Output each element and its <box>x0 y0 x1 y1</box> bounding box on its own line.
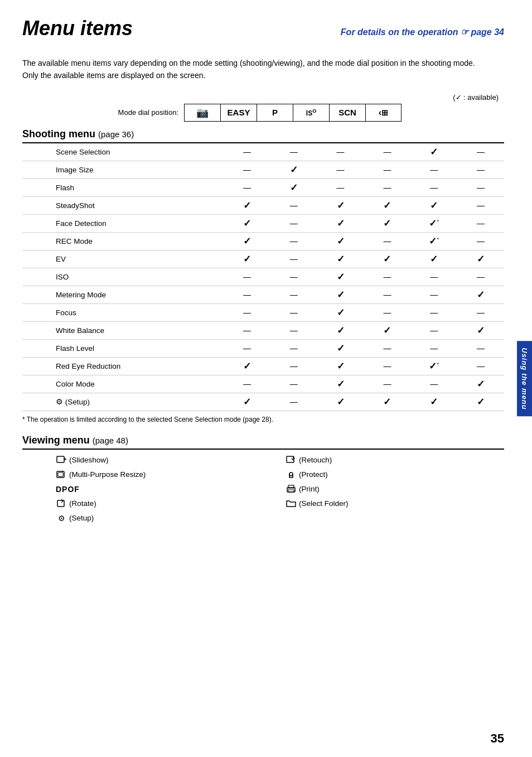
check-cell-scn: — <box>410 286 457 303</box>
footnote: * The operation is limited according to … <box>22 416 504 423</box>
menu-item-name: Metering Mode <box>22 286 224 303</box>
menu-item-name: ISO <box>22 268 224 286</box>
page-subtitle: For details on the operation ☞ page 34 <box>341 27 504 37</box>
check-cell-iso: — <box>364 286 411 303</box>
check-cell-easy: ✓ <box>270 161 317 179</box>
check-cell-iso: ✓ <box>364 196 411 214</box>
check-cell-cam: ✓ <box>224 196 270 214</box>
check-cell-iso: ✓ <box>364 393 411 411</box>
table-row: Image Size—✓———— <box>22 161 504 179</box>
viewing-item: (Multi-Purpose Resize) <box>56 469 274 481</box>
check-cell-cam: ✓ <box>224 357 270 375</box>
table-row: Flash—✓———— <box>22 179 504 196</box>
check-cell-iso: — <box>364 143 411 161</box>
check-cell-iso: — <box>364 375 411 393</box>
menu-item-name: Focus <box>22 303 224 321</box>
icon: ⚙ <box>56 514 67 523</box>
viewing-item: ⚙(Setup) <box>56 512 274 524</box>
shooting-menu-header: Shooting menu (page 36) <box>22 128 504 143</box>
svg-rect-0 <box>57 456 64 462</box>
check-cell-p: ✓ <box>317 303 364 321</box>
table-row: Focus——✓——— <box>22 303 504 321</box>
menu-item-name: Flash Level <box>22 339 224 357</box>
check-cell-easy: — <box>270 232 317 250</box>
check-cell-iso: ✓ <box>364 321 411 339</box>
check-cell-easy: — <box>270 286 317 303</box>
check-cell-p: ✓ <box>317 268 364 286</box>
check-cell-grid: — <box>457 268 504 286</box>
check-cell-grid: ✓ <box>457 393 504 411</box>
check-cell-easy: — <box>270 143 317 161</box>
check-cell-cam: — <box>224 179 270 196</box>
table-row: Red Eye Reduction✓—✓—✓*— <box>22 357 504 375</box>
viewing-item: (Select Folder) <box>286 498 504 510</box>
viewing-item: (Slideshow) <box>56 454 274 466</box>
check-cell-p: — <box>317 161 364 179</box>
check-cell-iso: — <box>364 303 411 321</box>
check-cell-cam: — <box>224 286 270 303</box>
check-cell-grid: ✓ <box>457 375 504 393</box>
check-cell-iso: — <box>364 179 411 196</box>
check-cell-iso: ✓ <box>364 250 411 268</box>
check-cell-easy: — <box>270 303 317 321</box>
check-cell-grid: — <box>457 339 504 357</box>
viewing-menu-grid: (Slideshow)(Multi-Purpose Resize)DPOF(Ro… <box>22 454 504 524</box>
check-cell-p: ✓ <box>317 214 364 232</box>
check-cell-easy: — <box>270 196 317 214</box>
check-cell-scn: ✓* <box>410 214 457 232</box>
menu-item-name: White Balance <box>22 321 224 339</box>
check-cell-cam: — <box>224 303 270 321</box>
col-easy: EASY <box>220 104 257 122</box>
table-row: Metering Mode——✓——✓ <box>22 286 504 303</box>
table-row: Face Detection✓—✓✓✓*— <box>22 214 504 232</box>
section-tab: Using the menu <box>517 341 532 417</box>
table-row: REC Mode✓—✓—✓*— <box>22 232 504 250</box>
check-cell-grid: — <box>457 179 504 196</box>
menu-item-name: Red Eye Reduction <box>22 357 224 375</box>
table-row: White Balance——✓✓—✓ <box>22 321 504 339</box>
menu-item-name: EV <box>22 250 224 268</box>
check-cell-scn: — <box>410 303 457 321</box>
table-row: Flash Level——✓——— <box>22 339 504 357</box>
check-cell-grid: — <box>457 143 504 161</box>
viewing-item: DPOF <box>56 483 274 495</box>
menu-item-name: ⚙ (Setup) <box>22 393 224 411</box>
check-cell-iso: — <box>364 232 411 250</box>
check-cell-iso: — <box>364 268 411 286</box>
check-cell-iso: — <box>364 357 411 375</box>
check-cell-cam: ✓ <box>224 250 270 268</box>
check-cell-cam: — <box>224 339 270 357</box>
cam-icon: 📷 <box>196 107 209 119</box>
col-p: P <box>257 104 293 122</box>
check-cell-p: ✓ <box>317 339 364 357</box>
check-cell-grid: — <box>457 196 504 214</box>
check-cell-p: — <box>317 179 364 196</box>
page-header: Menu items For details on the operation … <box>22 17 504 40</box>
check-cell-grid: — <box>457 303 504 321</box>
svg-point-5 <box>289 472 293 476</box>
viewing-item: (Retouch) <box>286 454 504 466</box>
legend: (✓ : available) <box>22 93 504 102</box>
check-cell-scn: ✓ <box>410 143 457 161</box>
page-title: Menu items <box>22 17 133 40</box>
intro-paragraph: The available menu items vary depending … <box>22 57 480 82</box>
check-cell-iso: — <box>364 339 411 357</box>
svg-rect-3 <box>57 500 64 507</box>
check-cell-scn: — <box>410 375 457 393</box>
check-cell-easy: — <box>270 250 317 268</box>
check-cell-p: ✓ <box>317 375 364 393</box>
check-cell-easy: — <box>270 357 317 375</box>
check-cell-cam: — <box>224 143 270 161</box>
check-cell-p: ✓ <box>317 250 364 268</box>
mode-columns: 📷 EASY P ISO SCN ‹ ⊞ <box>184 104 402 122</box>
table-row: Color Mode——✓——✓ <box>22 375 504 393</box>
check-cell-scn: — <box>410 179 457 196</box>
check-cell-scn: — <box>410 268 457 286</box>
check-cell-grid: — <box>457 232 504 250</box>
check-cell-p: ✓ <box>317 357 364 375</box>
mode-dial-row: Mode dial position: 📷 EASY P ISO SCN ‹ ⊞ <box>22 104 504 122</box>
check-cell-p: ✓ <box>317 393 364 411</box>
check-cell-grid: ✓ <box>457 250 504 268</box>
check-cell-scn: — <box>410 321 457 339</box>
col-cam: 📷 <box>184 104 220 122</box>
